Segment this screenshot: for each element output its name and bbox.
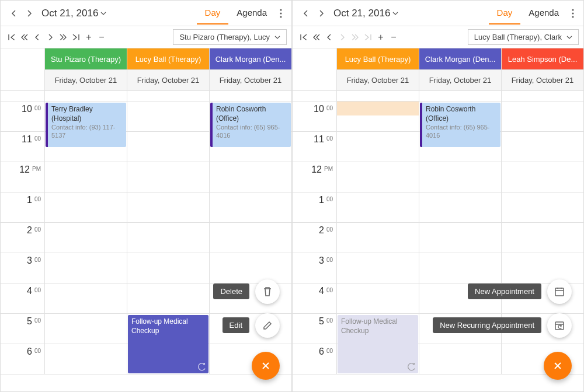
tooltip-edit: Edit (223, 317, 249, 333)
date-label: Friday, October 21 (127, 69, 209, 90)
svg-rect-6 (555, 288, 564, 296)
tab-day[interactable]: Day (197, 2, 229, 24)
edit-button[interactable] (255, 313, 280, 338)
date-label: Friday, October 21 (419, 69, 501, 90)
add-button[interactable]: + (374, 31, 387, 44)
next-small-button[interactable] (44, 31, 57, 44)
fast-next-button[interactable] (57, 31, 69, 44)
highlighted-cell[interactable] (337, 102, 419, 116)
date-label: Friday, October 21 (44, 69, 127, 90)
remove-button[interactable]: − (387, 31, 400, 44)
next-button[interactable] (314, 5, 330, 22)
resource-header: Lucy Ball (Therapy) (127, 48, 209, 69)
allday-row (1, 91, 291, 102)
remove-button[interactable]: − (95, 31, 108, 44)
tooltip-new-recurring: New Recurring Appointment (433, 317, 541, 333)
allday-row (293, 91, 583, 102)
tooltip-delete: Delete (213, 284, 249, 299)
date-label: Friday, October 21 (209, 69, 291, 90)
svg-point-3 (572, 9, 574, 10)
tab-day[interactable]: Day (489, 2, 521, 24)
toolbar: + − Stu Pizaro (Therapy), Lucy (1, 26, 291, 48)
header: Oct 21, 2016 Day Agenda (293, 1, 583, 26)
prev-small-button[interactable] (323, 31, 336, 44)
resource-header: Stu Pizaro (Therapy) (44, 48, 127, 69)
toolbar: + − Lucy Ball (Therapy), Clark (293, 26, 583, 48)
date-label: Friday, October 21 (336, 69, 419, 90)
prev-button[interactable] (297, 5, 314, 22)
grid-body[interactable]: 1000Terry Bradley (Hospital)Contact info… (1, 102, 291, 391)
svg-point-5 (572, 16, 574, 18)
new-appointment-button[interactable] (547, 279, 572, 304)
resource-header: Clark Morgan (Den... (419, 48, 501, 69)
first-button[interactable] (297, 31, 310, 44)
svg-point-1 (280, 12, 282, 14)
date-picker[interactable]: Oct 21, 2016 (330, 8, 402, 19)
close-fab[interactable] (252, 352, 280, 380)
fast-prev-button[interactable] (310, 31, 323, 44)
new-recurring-button[interactable] (547, 313, 572, 338)
last-button (361, 31, 374, 44)
date-label: Friday, October 21 (501, 69, 583, 90)
resource-select[interactable]: Lucy Ball (Therapy), Clark (468, 29, 579, 45)
svg-point-4 (572, 12, 574, 14)
resource-header: Clark Morgan (Den... (209, 48, 291, 69)
resource-header: Leah Simpson (De... (501, 48, 583, 69)
next-small-button (336, 31, 349, 44)
resource-select[interactable]: Stu Pizaro (Therapy), Lucy (173, 29, 287, 45)
next-button[interactable] (22, 5, 38, 22)
scheduler-right: Oct 21, 2016 Day Agenda + − Lucy Ball (T… (292, 0, 584, 392)
last-button[interactable] (69, 31, 82, 44)
grid-body[interactable]: 1000Robin Cosworth (Office)Contact info:… (293, 102, 583, 391)
grid-header: Lucy Ball (Therapy)Friday, October 21 Cl… (293, 48, 583, 91)
overflow-menu[interactable] (567, 9, 579, 18)
resource-header: Lucy Ball (Therapy) (336, 48, 419, 69)
first-button[interactable] (5, 31, 18, 44)
header: Oct 21, 2016 Day Agenda (1, 1, 291, 26)
svg-point-0 (280, 9, 282, 10)
fast-next-button (349, 31, 361, 44)
delete-button[interactable] (255, 279, 280, 304)
add-button[interactable]: + (82, 31, 95, 44)
grid-header: Stu Pizaro (Therapy)Friday, October 21 L… (1, 48, 291, 91)
tooltip-new-appointment: New Appointment (468, 284, 541, 299)
scheduler-left: Oct 21, 2016 Day Agenda + − Stu Pizaro (… (0, 0, 292, 392)
fast-prev-button[interactable] (18, 31, 31, 44)
prev-button[interactable] (5, 5, 22, 22)
close-fab[interactable] (544, 352, 572, 380)
tab-agenda[interactable]: Agenda (228, 2, 275, 24)
overflow-menu[interactable] (275, 9, 287, 18)
tab-agenda[interactable]: Agenda (520, 2, 567, 24)
svg-point-2 (280, 16, 282, 18)
date-picker[interactable]: Oct 21, 2016 (38, 8, 110, 19)
prev-small-button[interactable] (31, 31, 44, 44)
